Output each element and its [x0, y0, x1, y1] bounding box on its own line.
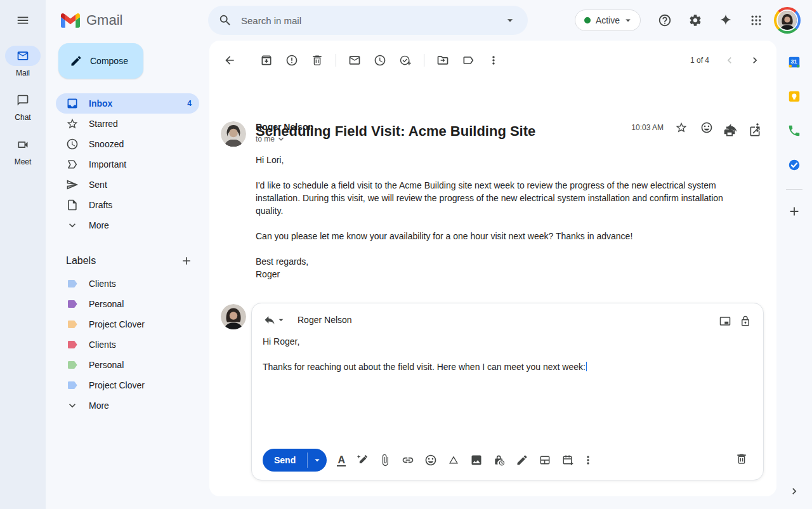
help-me-write-button[interactable] [351, 449, 374, 472]
confidential-lock-button[interactable] [735, 311, 756, 331]
send-button[interactable]: Send [263, 449, 307, 472]
labels-button[interactable] [455, 48, 481, 73]
label-list: Clients Personal Project Clover Clients … [56, 274, 199, 416]
label-name: Clients [89, 340, 116, 350]
mail-pill [5, 46, 41, 66]
confidential-mode-button[interactable] [488, 449, 511, 472]
reply-button[interactable] [719, 115, 745, 140]
composer-more-button[interactable] [579, 449, 597, 472]
lock-clock-icon [493, 454, 506, 466]
expand-side-panel-button[interactable] [782, 479, 807, 504]
clock-icon [66, 138, 79, 150]
plus-icon [787, 204, 801, 218]
sidebar-label-project-clover-1[interactable]: Project Clover [56, 314, 199, 334]
gemini-button[interactable] [710, 5, 741, 36]
label-name: Clients [89, 279, 116, 289]
archive-button[interactable] [254, 48, 279, 73]
meet-camera-icon [16, 138, 29, 151]
sidebar-item-important[interactable]: Important [56, 154, 199, 175]
main-menu-button[interactable] [10, 8, 36, 33]
drive-triangle-icon [447, 454, 460, 466]
dropdown-icon [311, 454, 323, 466]
rail-item-chat[interactable]: Chat [5, 90, 41, 122]
search-input[interactable] [241, 15, 499, 26]
star-message-button[interactable] [669, 115, 694, 140]
add-to-tasks-button[interactable] [393, 48, 418, 73]
recipient-details-toggle[interactable]: to me [256, 134, 313, 144]
layouts-button[interactable] [534, 449, 556, 472]
report-spam-button[interactable] [279, 48, 304, 73]
move-to-folder-icon [436, 54, 449, 67]
top-bar: Gmail Active [46, 0, 812, 41]
sidebar-item-more[interactable]: More [56, 215, 199, 235]
rail-item-mail[interactable]: Mail [5, 46, 41, 77]
sidebar-item-drafts[interactable]: Drafts [56, 195, 199, 215]
sidebar-label-project-clover-2[interactable]: Project Clover [56, 375, 199, 395]
compose-button[interactable]: Compose [58, 43, 143, 79]
get-addons-button[interactable] [782, 199, 807, 224]
trash-icon [735, 453, 748, 465]
back-button[interactable] [217, 48, 242, 73]
gmail-logo[interactable]: Gmail [61, 12, 208, 29]
active-status-dot [584, 17, 591, 23]
snooze-button[interactable] [367, 48, 393, 73]
pop-out-reply-button[interactable] [715, 311, 735, 331]
search-bar[interactable] [208, 6, 528, 35]
delete-button[interactable] [304, 48, 330, 73]
compose-pencil-icon [70, 55, 82, 67]
insert-from-drive-button[interactable] [442, 449, 465, 472]
more-options-button[interactable] [481, 48, 506, 73]
search-options-button[interactable] [499, 9, 521, 32]
sidebar-item-sent[interactable]: Sent [56, 175, 199, 195]
help-button[interactable] [650, 5, 680, 36]
message-more-button[interactable] [745, 115, 770, 140]
sidebar-item-inbox[interactable]: Inbox 4 [56, 93, 199, 114]
google-apps-button[interactable] [741, 5, 771, 36]
chevron-left-icon [723, 54, 736, 67]
rail-item-label: Mail [16, 69, 30, 77]
insert-photo-button[interactable] [465, 449, 488, 472]
sidebar-item-snoozed[interactable]: Snoozed [56, 134, 199, 154]
sidebar-label-personal-2[interactable]: Personal [56, 355, 199, 375]
sidebar-labels-more[interactable]: More [56, 395, 199, 416]
reply-type-selector[interactable] [261, 311, 289, 329]
toolbar-divider [424, 54, 424, 67]
discard-draft-button[interactable] [729, 446, 754, 472]
search-icon [218, 13, 232, 27]
keep-button[interactable] [782, 84, 807, 109]
report-spam-icon [285, 54, 298, 67]
attach-file-button[interactable] [374, 449, 396, 472]
older-thread-button[interactable] [742, 48, 768, 73]
mark-unread-button[interactable] [342, 48, 367, 73]
propose-meeting-time-button[interactable] [556, 449, 579, 472]
status-selector[interactable]: Active [575, 10, 641, 31]
rail-item-meet[interactable]: Meet [5, 135, 41, 166]
tasks-button[interactable] [782, 152, 807, 178]
insert-link-button[interactable] [396, 449, 419, 472]
sidebar-item-starred[interactable]: Starred [56, 114, 199, 134]
sidebar-label-clients-1[interactable]: Clients [56, 274, 199, 294]
reply-composer[interactable]: Roger Nelson Hi Roger, Thanks for reachi… [251, 303, 764, 480]
insert-emoji-button[interactable] [419, 449, 442, 472]
settings-button[interactable] [680, 5, 710, 36]
reply-recipient[interactable]: Roger Nelson [298, 315, 352, 325]
move-to-button[interactable] [430, 48, 455, 73]
formatting-options-button[interactable]: A [332, 449, 351, 472]
insert-signature-button[interactable] [511, 449, 534, 472]
body-paragraph: Can you please let me know your availabi… [256, 230, 742, 242]
reply-body-editor[interactable]: Hi Roger, Thanks for reaching out about … [263, 335, 751, 386]
sidebar-label-clients-2[interactable]: Clients [56, 334, 199, 355]
send-options-button[interactable] [308, 449, 327, 472]
emoji-reaction-button[interactable] [694, 115, 719, 140]
account-avatar-button[interactable] [774, 7, 801, 34]
voice-button[interactable] [782, 118, 807, 143]
mail-sidebar: Compose Inbox 4 Starred Snoozed Importan… [46, 41, 209, 509]
sender-avatar[interactable] [221, 121, 246, 147]
calendar-button[interactable] [782, 50, 807, 75]
newer-thread-button[interactable] [717, 48, 742, 73]
archive-icon [260, 54, 273, 67]
create-label-button[interactable] [176, 251, 197, 271]
chevron-right-icon [749, 54, 761, 67]
add-to-tasks-icon [399, 54, 412, 67]
sidebar-label-personal-1[interactable]: Personal [56, 294, 199, 314]
